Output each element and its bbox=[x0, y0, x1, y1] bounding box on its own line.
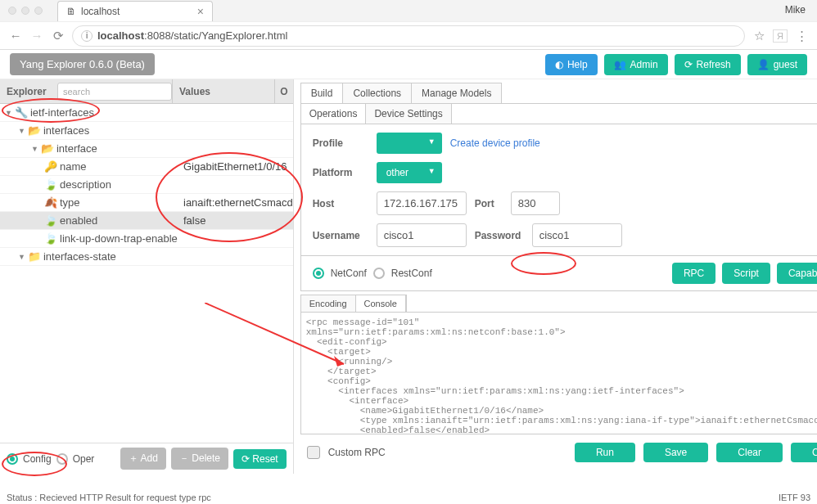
github-icon: ◐ bbox=[555, 59, 563, 70]
tree-row[interactable]: 🍃enabledfalse bbox=[0, 212, 293, 230]
config-label: Config bbox=[23, 453, 52, 465]
address-bar: ← → ⟳ i localhost:8088/static/YangExplor… bbox=[0, 21, 817, 49]
node-value[interactable]: ianaift:ethernetCsmacd bbox=[180, 196, 293, 209]
model-tree[interactable]: ▼🔧ietf-interfaces▼📂interfaces▼📂interface… bbox=[0, 104, 293, 443]
admin-button[interactable]: 👥Admin bbox=[604, 54, 668, 75]
password-input[interactable]: cisco1 bbox=[532, 223, 622, 247]
platform-dropdown[interactable]: other bbox=[377, 162, 442, 183]
tree-row[interactable]: ▼📁interfaces-state bbox=[0, 248, 293, 266]
refresh-button[interactable]: ⟳Refresh bbox=[675, 54, 741, 75]
explorer-footer: Config Oper ＋ Add － Delete ⟳ Reset bbox=[0, 443, 293, 474]
node-icon: 🍃 bbox=[44, 214, 57, 227]
tab-build[interactable]: Build bbox=[301, 83, 344, 103]
tab-collections[interactable]: Collections bbox=[343, 83, 412, 103]
tree-row[interactable]: 🍂typeianaift:ethernetCsmacd bbox=[0, 194, 293, 212]
url-input[interactable]: i localhost:8088/static/YangExplorer.htm… bbox=[72, 25, 745, 47]
node-label: interfaces bbox=[43, 124, 89, 137]
username-input[interactable]: cisco1 bbox=[377, 223, 467, 247]
bookmark-icon[interactable]: ☆ bbox=[752, 29, 766, 43]
status-right: IETF 93 bbox=[779, 493, 810, 502]
app-title: Yang Explorer 0.6.0 (Beta) bbox=[10, 53, 155, 75]
main-area: Explorer search Values O ▼🔧ietf-interfac… bbox=[0, 79, 817, 474]
tree-row[interactable]: 🍃link-up-down-trap-enable bbox=[0, 230, 293, 248]
forward-icon[interactable]: → bbox=[29, 29, 44, 43]
copy-button[interactable]: Copy bbox=[791, 443, 817, 462]
delete-button[interactable]: － Delete bbox=[171, 448, 228, 470]
clear-button[interactable]: Clear bbox=[716, 443, 783, 462]
explorer-search[interactable]: search bbox=[57, 83, 172, 101]
custom-rpc-checkbox[interactable] bbox=[307, 446, 320, 459]
tab-manage-models[interactable]: Manage Models bbox=[412, 83, 501, 103]
tab-console[interactable]: Console bbox=[356, 295, 406, 312]
url-host: localhost bbox=[97, 29, 144, 42]
node-icon: 📂 bbox=[41, 142, 54, 155]
port-input[interactable]: 830 bbox=[511, 191, 560, 215]
node-icon: 🍂 bbox=[44, 196, 57, 209]
add-button[interactable]: ＋ Add bbox=[120, 448, 166, 470]
node-icon: 📁 bbox=[28, 250, 41, 263]
netconf-radio[interactable] bbox=[313, 268, 324, 279]
column-op: O bbox=[274, 79, 292, 103]
rpc-xml-output[interactable]: <rpc message-id="101" xmlns="urn:ietf:pa… bbox=[300, 312, 817, 434]
restconf-radio[interactable] bbox=[373, 268, 385, 279]
run-button[interactable]: Run bbox=[575, 443, 635, 462]
create-profile-link[interactable]: Create device profile bbox=[450, 137, 540, 149]
capabilities-button[interactable]: Capabilities bbox=[777, 263, 817, 284]
netconf-label: NetConf bbox=[331, 268, 367, 279]
browser-chrome: 🗎 localhost × Mike ← → ⟳ i localhost:808… bbox=[0, 0, 817, 50]
tree-row[interactable]: 🔑nameGigabitEthernet1/0/16 bbox=[0, 158, 293, 176]
node-icon: 📂 bbox=[28, 124, 41, 137]
save-button[interactable]: Save bbox=[643, 443, 708, 462]
user-icon: 👤 bbox=[757, 59, 770, 70]
host-input[interactable]: 172.16.167.175 bbox=[377, 191, 467, 215]
node-label: description bbox=[60, 178, 111, 191]
browser-tab[interactable]: 🗎 localhost × bbox=[57, 1, 213, 21]
node-icon: 🍃 bbox=[44, 232, 57, 245]
subtab-device-settings[interactable]: Device Settings bbox=[366, 104, 451, 124]
status-text: Status : Recieved HTTP Result for reques… bbox=[7, 493, 211, 502]
rpc-button[interactable]: RPC bbox=[672, 263, 715, 284]
users-icon: 👥 bbox=[614, 59, 626, 70]
translate-icon[interactable]: Я bbox=[773, 29, 788, 43]
tree-row[interactable]: ▼📂interfaces bbox=[0, 122, 293, 140]
node-value[interactable]: false bbox=[180, 214, 293, 227]
subtab-operations[interactable]: Operations bbox=[301, 104, 367, 124]
tree-row[interactable]: ▼📂interface bbox=[0, 140, 293, 158]
config-radio[interactable] bbox=[7, 453, 18, 465]
explorer-header: Explorer search Values O bbox=[0, 79, 293, 104]
guest-button[interactable]: 👤guest bbox=[747, 54, 807, 75]
profile-dropdown[interactable] bbox=[377, 133, 442, 154]
node-label: type bbox=[60, 196, 80, 209]
url-path: :8088/static/YangExplorer.html bbox=[144, 29, 287, 42]
build-box: Operations Device Settings Profile Creat… bbox=[300, 103, 817, 291]
tree-row[interactable]: 🍃description bbox=[0, 176, 293, 194]
back-icon[interactable]: ← bbox=[8, 29, 23, 43]
script-button[interactable]: Script bbox=[722, 263, 770, 284]
info-icon[interactable]: i bbox=[81, 30, 93, 42]
reset-button[interactable]: ⟳ Reset bbox=[233, 449, 287, 469]
platform-label: Platform bbox=[313, 167, 368, 178]
username-label: Username bbox=[313, 230, 368, 241]
help-button[interactable]: ◐Help bbox=[545, 54, 598, 75]
close-window-icon[interactable] bbox=[8, 7, 16, 15]
close-tab-icon[interactable]: × bbox=[197, 5, 204, 18]
tree-row[interactable]: ▼🔧ietf-interfaces bbox=[0, 104, 293, 122]
node-label: link-up-down-trap-enable bbox=[60, 232, 178, 245]
menu-icon[interactable]: ⋮ bbox=[794, 29, 809, 43]
device-form: Profile Create device profile Platform o… bbox=[301, 124, 817, 256]
tab-title: localhost bbox=[81, 6, 120, 17]
node-icon: 🔑 bbox=[44, 160, 57, 173]
restconf-label: RestConf bbox=[391, 268, 432, 279]
node-icon: 🍃 bbox=[44, 178, 57, 191]
maximize-window-icon[interactable] bbox=[34, 7, 43, 15]
oper-radio[interactable] bbox=[56, 453, 68, 465]
minimize-window-icon[interactable] bbox=[21, 7, 29, 15]
tab-encoding[interactable]: Encoding bbox=[301, 295, 356, 312]
oper-label: Oper bbox=[73, 453, 95, 465]
window-controls bbox=[8, 7, 43, 15]
reload-icon[interactable]: ⟳ bbox=[51, 29, 65, 43]
host-label: Host bbox=[313, 198, 368, 209]
node-value[interactable]: GigabitEthernet1/0/16 bbox=[180, 160, 293, 173]
node-label: name bbox=[60, 160, 87, 173]
center-panel: Build Collections Manage Models Operatio… bbox=[294, 79, 817, 474]
